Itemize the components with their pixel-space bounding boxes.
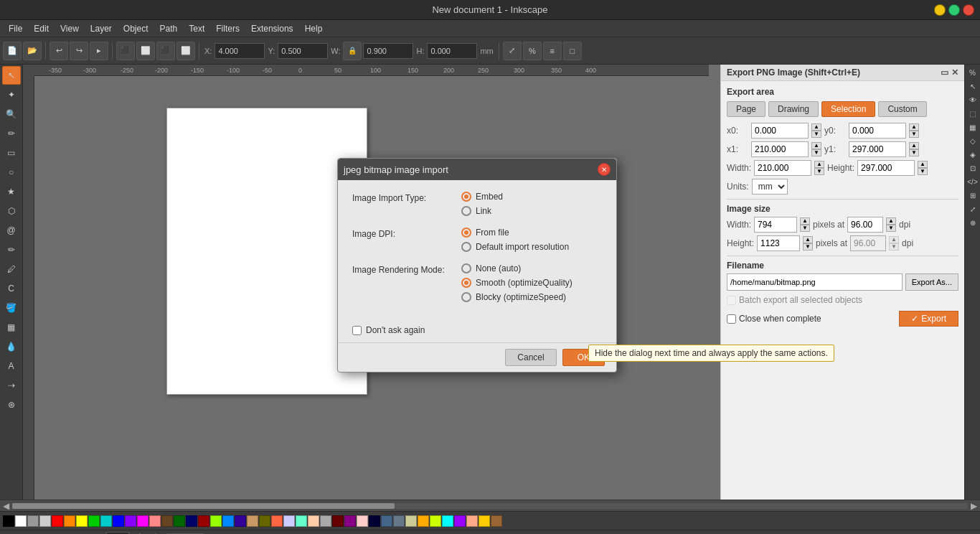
dialog-overlay: jpeg bitmap image import ✕ Image Import … (0, 0, 980, 534)
import-dialog: jpeg bitmap image import ✕ Image Import … (337, 158, 617, 373)
embed-radio[interactable] (461, 192, 471, 202)
dont-ask-row: Don't ask again (338, 325, 616, 342)
dpi-label: Image DPI: (352, 228, 453, 239)
link-radio[interactable] (461, 206, 471, 216)
default-dpi-label: Default import resolution (476, 242, 569, 252)
embed-option[interactable]: Embed (461, 192, 503, 202)
smooth-label: Smooth (optimizeQuality) (476, 278, 573, 288)
dialog-close-button[interactable]: ✕ (598, 163, 611, 176)
none-label: None (auto) (476, 263, 521, 273)
dialog-titlebar: jpeg bitmap image import ✕ (338, 159, 616, 180)
import-type-label: Image Import Type: (352, 192, 453, 203)
smooth-radio[interactable] (461, 278, 471, 288)
dialog-title: jpeg bitmap image import (344, 164, 448, 175)
cancel-button[interactable]: Cancel (505, 349, 556, 366)
link-option[interactable]: Link (461, 206, 503, 216)
blocky-option[interactable]: Blocky (optimizeSpeed) (461, 292, 573, 302)
rendering-options: None (auto) Smooth (optimizeQuality) Blo… (461, 263, 573, 302)
smooth-option[interactable]: Smooth (optimizeQuality) (461, 278, 573, 288)
dont-ask-label: Don't ask again (366, 325, 425, 335)
rendering-label: Image Rendering Mode: (352, 263, 453, 275)
tooltip: Hide the dialog next time and always app… (588, 345, 834, 362)
ok-button[interactable]: OK (562, 349, 605, 366)
dpi-options: From file Default import resolution (461, 228, 569, 252)
rendering-row: Image Rendering Mode: None (auto) Smooth… (352, 263, 602, 302)
import-type-row: Image Import Type: Embed Link (352, 192, 602, 216)
dpi-row: Image DPI: From file Default import reso… (352, 228, 602, 252)
none-radio[interactable] (461, 263, 471, 273)
blocky-radio[interactable] (461, 292, 471, 302)
dialog-footer: Cancel OK (338, 342, 616, 372)
from-file-label: From file (476, 228, 509, 238)
default-dpi-radio[interactable] (461, 242, 471, 252)
embed-label: Embed (476, 192, 503, 202)
from-file-radio[interactable] (461, 228, 471, 238)
import-type-options: Embed Link (461, 192, 503, 216)
dont-ask-checkbox[interactable] (352, 326, 362, 335)
none-option[interactable]: None (auto) (461, 263, 573, 273)
default-dpi-option[interactable]: Default import resolution (461, 242, 569, 252)
link-label: Link (476, 206, 491, 216)
blocky-label: Blocky (optimizeSpeed) (476, 292, 566, 302)
dialog-body: Image Import Type: Embed Link Image DPI: (338, 180, 616, 325)
from-file-option[interactable]: From file (461, 228, 569, 238)
